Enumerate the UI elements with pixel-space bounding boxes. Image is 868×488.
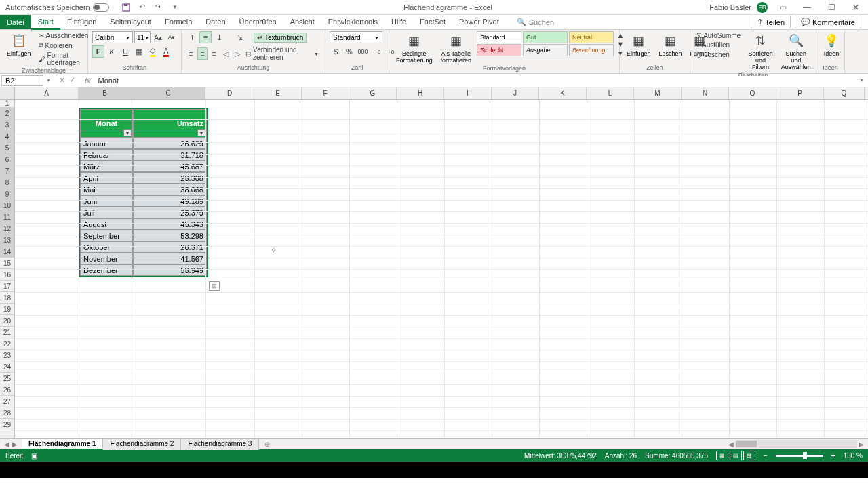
tab-factset[interactable]: FactSet <box>413 15 452 28</box>
row-header-6[interactable]: 6 <box>0 154 14 165</box>
row-header-18[interactable]: 18 <box>0 292 14 304</box>
font-name-select[interactable]: Calibri▼ <box>92 31 133 43</box>
font-size-select[interactable]: 11▼ <box>134 31 151 43</box>
search-box[interactable]: 🔍 Suchen <box>517 18 554 26</box>
cell-month[interactable]: Februar <box>80 149 133 161</box>
cell-umsatz[interactable]: 41.567 <box>133 253 207 264</box>
autosum-button[interactable]: ∑AutoSumme <box>694 31 743 40</box>
cell-umsatz[interactable]: 23.308 <box>133 172 207 184</box>
conditional-formatting-button[interactable]: ▦Bedingte Formatierung <box>393 31 435 65</box>
row-header-12[interactable]: 12 <box>0 223 14 235</box>
cell-month[interactable]: Januar <box>80 138 133 149</box>
tab-ansicht[interactable]: Ansicht <box>283 15 321 28</box>
col-header-J[interactable]: J <box>492 87 539 99</box>
sheet-prev-icon[interactable]: ◀ <box>4 441 9 448</box>
table-row[interactable]: September53.298 <box>80 230 207 241</box>
enter-formula-icon[interactable]: ✓ <box>69 76 75 85</box>
delete-cells-button[interactable]: ▦Löschen <box>656 31 685 58</box>
fill-button[interactable]: ▾Ausfüllen <box>694 41 743 49</box>
ideas-button[interactable]: 💡Ideen <box>821 31 842 58</box>
wrap-text-button[interactable]: ↵Textumbruch <box>254 33 307 43</box>
align-top-button[interactable]: ⤒ <box>186 31 198 43</box>
cell-umsatz[interactable]: 26.371 <box>133 241 207 253</box>
merge-center-button[interactable]: ⊟Verbinden und zentrieren▼ <box>243 45 321 62</box>
table-row[interactable]: August45.343 <box>80 218 207 230</box>
ribbon-options-icon[interactable]: ▭ <box>773 1 792 14</box>
row-header-24[interactable]: 24 <box>0 361 14 373</box>
zoom-in-button[interactable]: + <box>831 452 835 460</box>
col-header-O[interactable]: O <box>729 87 776 99</box>
cell-umsatz[interactable]: 25.379 <box>133 207 207 218</box>
row-header-3[interactable]: 3 <box>0 119 14 131</box>
table-row[interactable]: April23.308 <box>80 172 207 184</box>
cell-umsatz[interactable]: 31.718 <box>133 149 207 161</box>
hscroll-right-icon[interactable]: ▶ <box>857 441 865 448</box>
style-bad[interactable]: Schlecht <box>477 44 521 56</box>
undo-icon[interactable]: ↶ <box>138 3 147 12</box>
table-row[interactable]: Oktober26.371 <box>80 241 207 253</box>
formula-expand-icon[interactable]: ▼ <box>855 78 868 83</box>
zoom-level[interactable]: 130 % <box>844 452 863 460</box>
increase-indent-button[interactable]: ▷ <box>232 47 242 60</box>
tab-hilfe[interactable]: Hilfe <box>384 15 413 28</box>
row-header-21[interactable]: 21 <box>0 327 14 338</box>
table-row[interactable]: März45.687 <box>80 161 207 172</box>
borders-button[interactable]: ▦ <box>133 45 145 58</box>
cell-month[interactable]: Juni <box>80 195 133 207</box>
fx-icon[interactable]: fx <box>81 77 95 85</box>
formula-input[interactable]: Monat <box>95 76 856 85</box>
autosave-toggle[interactable]: Automatisches Speichern <box>0 3 115 12</box>
table-row[interactable]: Juni49.189 <box>80 195 207 207</box>
minimize-icon[interactable]: ― <box>797 1 816 14</box>
cell-month[interactable]: Juli <box>80 207 133 218</box>
quick-analysis-button[interactable]: ⊞ <box>209 281 220 291</box>
col-header-G[interactable]: G <box>349 87 397 99</box>
tab-file[interactable]: Datei <box>0 15 31 29</box>
macro-record-icon[interactable]: ▣ <box>31 452 37 460</box>
row-header-17[interactable]: 17 <box>0 281 14 292</box>
row-header-23[interactable]: 23 <box>0 350 14 361</box>
zoom-slider[interactable] <box>776 455 823 457</box>
comments-button[interactable]: 💬Kommentare <box>795 16 861 28</box>
tab-start[interactable]: Start <box>31 15 60 30</box>
name-box[interactable]: B2 <box>1 75 43 86</box>
row-header-25[interactable]: 25 <box>0 373 14 384</box>
row-header-27[interactable]: 27 <box>0 396 14 407</box>
sheet-next-icon[interactable]: ▶ <box>12 441 18 448</box>
row-header-8[interactable]: 8 <box>0 177 14 188</box>
col-header-A[interactable]: A <box>15 87 79 99</box>
fill-color-button[interactable]: ◇ <box>146 45 159 58</box>
col-header-C[interactable]: C <box>132 87 205 99</box>
align-bottom-button[interactable]: ⤓ <box>213 31 225 43</box>
row-header-5[interactable]: 5 <box>0 142 14 154</box>
cell-month[interactable]: April <box>80 172 133 184</box>
share-button[interactable]: ⇧Teilen <box>751 16 791 28</box>
row-header-15[interactable]: 15 <box>0 258 14 269</box>
currency-button[interactable]: $ <box>330 45 342 58</box>
cell-month[interactable]: August <box>80 218 133 230</box>
tab-daten[interactable]: Daten <box>199 15 232 28</box>
increase-font-button[interactable]: A▴ <box>152 31 164 43</box>
col-header-L[interactable]: L <box>587 87 634 99</box>
decrease-font-button[interactable]: A▾ <box>165 31 178 43</box>
style-neutral[interactable]: Neutral <box>569 31 614 43</box>
row-header-2[interactable]: 2 <box>0 108 14 119</box>
sort-filter-button[interactable]: ⇅Sortieren und Filtern <box>745 31 776 72</box>
underline-button[interactable]: U <box>119 45 132 58</box>
name-box-dropdown-icon[interactable]: ▼ <box>43 78 54 83</box>
row-header-14[interactable]: 14 <box>0 246 14 258</box>
align-right-button[interactable]: ≡ <box>209 47 219 60</box>
tab-seitenlayout[interactable]: Seitenlayout <box>103 15 158 28</box>
row-header-16[interactable]: 16 <box>0 269 14 281</box>
col-header-I[interactable]: I <box>444 87 492 99</box>
percent-button[interactable]: % <box>343 45 355 58</box>
align-center-button[interactable]: ≡ <box>197 47 208 60</box>
style-good[interactable]: Gut <box>523 31 568 43</box>
col-header-Q[interactable]: Q <box>824 87 865 99</box>
sheet-tab-3[interactable]: Flächendiagramme 3 <box>181 439 259 450</box>
cell-umsatz[interactable]: 26.629 <box>133 138 207 149</box>
table-row[interactable]: Dezember53.949 <box>80 264 207 276</box>
header-month[interactable]: Monat▼ <box>80 109 133 138</box>
row-header-22[interactable]: 22 <box>0 338 14 350</box>
row-header-7[interactable]: 7 <box>0 165 14 177</box>
